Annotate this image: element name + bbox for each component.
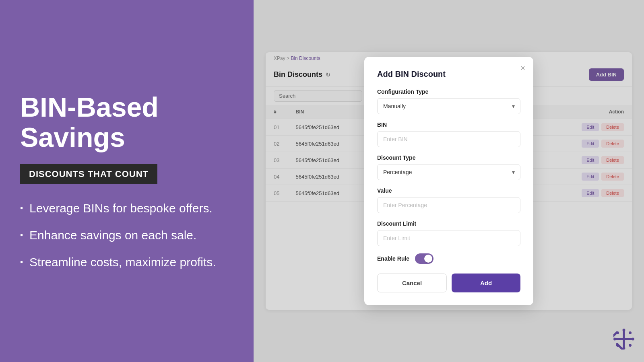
discount-type-group: Discount Type PercentageFixed ▾	[377, 154, 520, 180]
bin-input[interactable]	[377, 131, 520, 147]
bullet-item-3: Streamline costs, maximize profits.	[20, 254, 233, 270]
bullet-item-1: Leverage BINs for bespoke offers.	[20, 200, 233, 216]
value-label: Value	[377, 187, 520, 194]
discount-type-select[interactable]: PercentageFixed	[377, 164, 520, 180]
title-line1: BIN-Based	[20, 92, 233, 122]
value-input[interactable]	[377, 197, 520, 213]
cancel-button[interactable]: Cancel	[377, 274, 447, 292]
modal: Add BIN Discount × Configuration Type Ma…	[364, 57, 533, 305]
right-panel: XPay > Bin Discounts Bin Discounts ↻ Add…	[254, 0, 644, 362]
enable-rule-toggle[interactable]	[415, 253, 433, 264]
discount-type-select-wrapper: PercentageFixed ▾	[377, 164, 520, 180]
modal-actions: Cancel Add	[377, 274, 520, 292]
subtitle-badge: DISCOUNTS THAT COUNT	[20, 164, 157, 184]
modal-title: Add BIN Discount	[377, 70, 520, 79]
config-type-select[interactable]: ManuallyAutomatic	[377, 98, 520, 114]
title-line2: Savings	[20, 122, 233, 152]
add-button[interactable]: Add	[452, 274, 520, 292]
config-type-select-wrapper: ManuallyAutomatic ▾	[377, 98, 520, 114]
discount-limit-input[interactable]	[377, 230, 520, 246]
main-title: BIN-Based Savings	[20, 92, 233, 152]
bin-label: BIN	[377, 121, 520, 128]
modal-overlay: Add BIN Discount × Configuration Type Ma…	[254, 0, 644, 362]
enable-rule-label: Enable Rule	[377, 255, 409, 262]
bullet-item-2: Enhance savings on each sale.	[20, 227, 233, 243]
enable-rule-row: Enable Rule	[377, 253, 520, 264]
modal-close-button[interactable]: ×	[520, 64, 525, 72]
bin-group: BIN	[377, 121, 520, 147]
discount-limit-group: Discount Limit	[377, 220, 520, 246]
bullet-list: Leverage BINs for bespoke offers. Enhanc…	[20, 200, 233, 270]
config-type-label: Configuration Type	[377, 88, 520, 95]
left-panel: BIN-Based Savings DISCOUNTS THAT COUNT L…	[0, 0, 254, 362]
discount-type-label: Discount Type	[377, 154, 520, 161]
discount-limit-label: Discount Limit	[377, 220, 520, 227]
config-type-group: Configuration Type ManuallyAutomatic ▾	[377, 88, 520, 114]
value-group: Value	[377, 187, 520, 213]
